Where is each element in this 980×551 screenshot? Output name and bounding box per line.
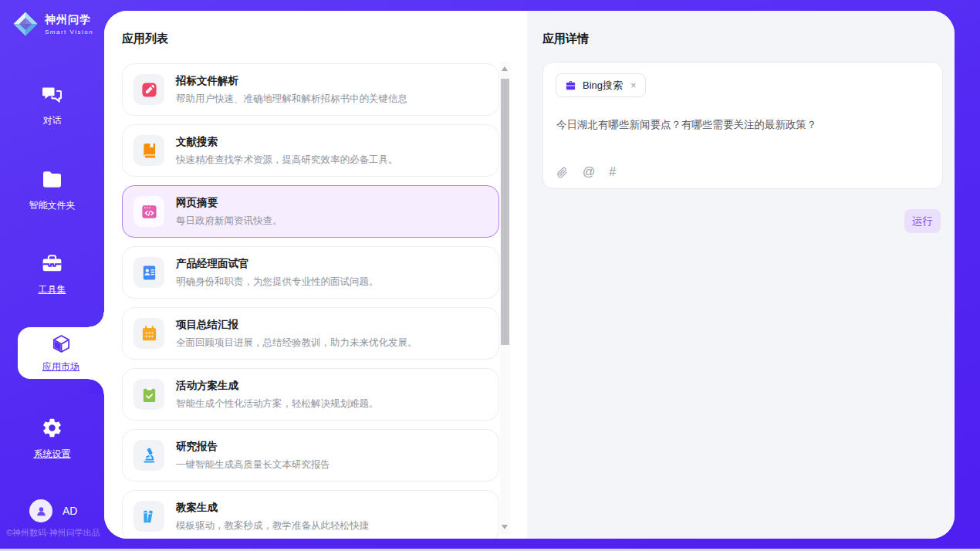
app-card-title: 研究报告 [176, 440, 330, 454]
book-icon [133, 135, 164, 166]
app-card-3[interactable]: 网页摘要每日政府新闻资讯快查。 [122, 185, 499, 238]
app-card-description: 全面回顾项目进展，总结经验教训，助力未来优化发展。 [176, 336, 417, 350]
app-card-7[interactable]: 研究报告一键智能生成高质量长文本研究报告 [122, 429, 499, 482]
paperclip-icon[interactable] [556, 166, 569, 179]
app-list-pane: 应用列表 招标文件解析帮助用户快速、准确地理解和解析招标书中的关键信息文献搜索快… [104, 11, 527, 539]
edit-square-icon [133, 74, 164, 105]
tag-close-icon[interactable]: × [630, 80, 637, 90]
main-panel: 应用列表 招标文件解析帮助用户快速、准确地理解和解析招标书中的关键信息文献搜索快… [104, 11, 955, 539]
app-card-title: 教案生成 [176, 501, 369, 515]
query-input[interactable]: 今日湖北有哪些新闻要点？有哪些需要关注的最新政策？ [556, 117, 930, 133]
list-scrollbar[interactable] [500, 62, 510, 534]
sidebar-item-label: 应用市场 [42, 360, 79, 374]
brand-subtitle: Smart Vision [45, 29, 93, 35]
app-card-5[interactable]: 项目总结汇报全面回顾项目进展，总结经验教训，助力未来优化发展。 [122, 307, 499, 360]
user-chip[interactable]: AD [29, 499, 77, 522]
hash-icon[interactable]: # [609, 165, 616, 179]
at-icon[interactable]: @ [583, 165, 595, 179]
app-card-description: 快速精准查找学术资源，提高研究效率的必备工具。 [176, 154, 398, 167]
toolbox-icon [41, 252, 63, 278]
brand-name: 神州问学 [45, 13, 93, 27]
app-list-title: 应用列表 [122, 32, 168, 46]
sidebar-item-4[interactable]: 应用市场 [18, 327, 104, 379]
app-card-4[interactable]: 产品经理面试官明确身份和职责，为您提供专业性的面试问题。 [122, 246, 499, 299]
run-button[interactable]: 运行 [904, 209, 941, 233]
app-card-description: 明确身份和职责，为您提供专业性的面试问题。 [176, 276, 379, 289]
app-card-title: 招标文件解析 [176, 74, 407, 88]
calendar-icon [133, 318, 164, 349]
attachment-toolbar: @ # [556, 165, 616, 179]
tool-tag-label: Bing搜索 [583, 79, 623, 93]
app-window: 神州问学 Smart Vision 对话智能文件夹工具集应用市场系统设置 AD … [0, 0, 980, 551]
app-card-description: 帮助用户快速、准确地理解和解析招标书中的关键信息 [176, 93, 407, 106]
app-card-title: 产品经理面试官 [176, 257, 379, 271]
app-card-description: 每日政府新闻资讯快查。 [176, 215, 282, 228]
brand-logo: 神州问学 Smart Vision [12, 10, 93, 38]
cube-icon [51, 333, 72, 357]
folder-icon [41, 168, 63, 194]
app-card-description: 模板驱动，教案秒成，教学准备从此轻松快捷 [176, 519, 369, 532]
sidebar-item-1[interactable]: 对话 [0, 83, 104, 127]
user-name: AD [63, 505, 77, 517]
sidebar-item-label: 智能文件夹 [29, 199, 76, 212]
scroll-up-arrow-icon[interactable] [502, 66, 508, 71]
app-card-6[interactable]: 活动方案生成智能生成个性化活动方案，轻松解决规划难题。 [122, 368, 499, 421]
clipboard-check-icon [133, 379, 164, 410]
gear-icon [41, 417, 63, 442]
app-detail-title: 应用详情 [542, 32, 589, 46]
app-card-title: 项目总结汇报 [176, 318, 417, 332]
copyright-text: ©神州数码·神州问学出品 [6, 527, 100, 539]
sidebar-item-3[interactable]: 工具集 [0, 252, 104, 296]
resume-icon [133, 257, 164, 288]
sidebar-item-2[interactable]: 智能文件夹 [0, 168, 104, 212]
user-icon [35, 505, 48, 518]
sidebar-item-label: 工具集 [39, 283, 66, 296]
app-card-description: 一键智能生成高质量长文本研究报告 [176, 458, 330, 472]
sidebar: 神州问学 Smart Vision 对话智能文件夹工具集应用市场系统设置 AD … [0, 0, 104, 551]
chat-icon [41, 83, 63, 109]
query-card: Bing搜索 × 今日湖北有哪些新闻要点？有哪些需要关注的最新政策？ @ # [542, 62, 943, 189]
sidebar-item-label: 系统设置 [34, 448, 71, 461]
tool-tag-bing-search[interactable]: Bing搜索 × [556, 73, 646, 97]
browser-code-icon [133, 196, 164, 227]
scroll-down-arrow-icon[interactable] [502, 525, 508, 529]
app-card-title: 活动方案生成 [176, 379, 379, 393]
diamond-gem-icon [12, 10, 39, 38]
app-card-list: 招标文件解析帮助用户快速、准确地理解和解析招标书中的关键信息文献搜索快速精准查找… [122, 63, 499, 539]
avatar [29, 499, 52, 522]
scrollbar-thumb[interactable] [501, 79, 509, 345]
microscope-icon [133, 440, 164, 471]
books-icon [133, 501, 164, 532]
app-card-description: 智能生成个性化活动方案，轻松解决规划难题。 [176, 397, 379, 411]
app-card-1[interactable]: 招标文件解析帮助用户快速、准确地理解和解析招标书中的关键信息 [122, 63, 499, 116]
briefcase-icon [565, 79, 576, 91]
app-card-title: 网页摘要 [176, 196, 282, 210]
app-detail-pane: 应用详情 Bing搜索 × 今日湖北有哪些新闻要点？有哪些需要关注的最新政策？ … [527, 11, 955, 539]
app-card-title: 文献搜索 [176, 135, 398, 149]
app-card-2[interactable]: 文献搜索快速精准查找学术资源，提高研究效率的必备工具。 [122, 124, 499, 177]
sidebar-item-label: 对话 [43, 114, 62, 127]
sidebar-item-5[interactable]: 系统设置 [0, 417, 104, 461]
app-card-8[interactable]: 教案生成模板驱动，教案秒成，教学准备从此轻松快捷 [122, 490, 499, 539]
